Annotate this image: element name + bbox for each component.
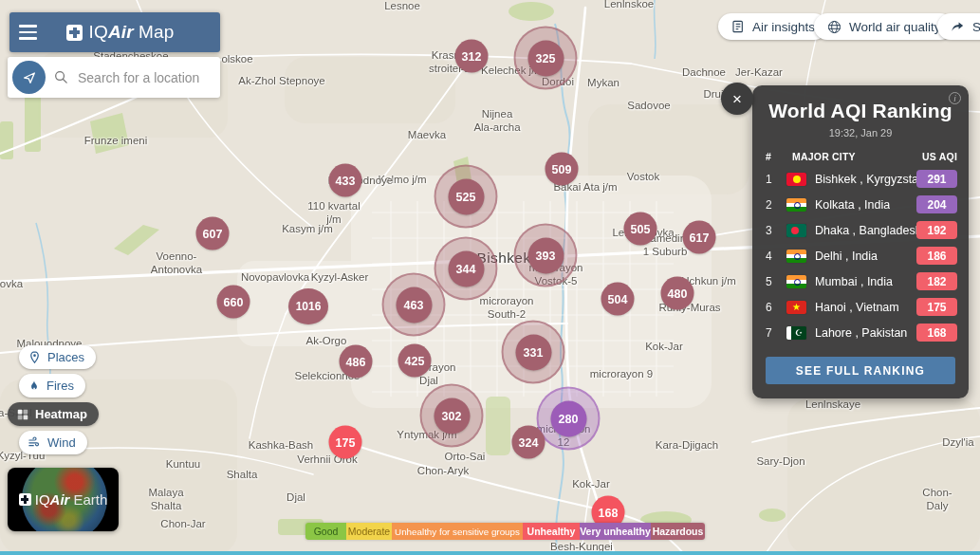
search-bar [8, 57, 220, 98]
locate-button[interactable] [12, 61, 46, 94]
aqi-badge: 204 [916, 195, 957, 213]
iqair-wordmark: IQAirMap [88, 22, 174, 43]
iqair-logo[interactable]: IQAirMap [66, 22, 198, 43]
aqi-marker[interactable]: 660 [217, 286, 250, 319]
rank-number: 7 [766, 326, 783, 340]
aqi-marker[interactable]: 302 [420, 384, 484, 448]
legend-segment: Unhealthy [523, 523, 580, 540]
rank-number: 5 [766, 275, 783, 288]
aqi-marker[interactable]: 509 [545, 153, 579, 186]
ranking-row[interactable]: 2Kolkata , India204 [752, 192, 969, 217]
earth-label: IQAirEarth [8, 468, 119, 531]
heatmap-layer-button[interactable]: Heatmap [8, 402, 99, 426]
flag-vn-icon [786, 301, 806, 314]
heatmap-label: Heatmap [35, 407, 87, 421]
aqi-marker-value: 525 [448, 178, 484, 214]
aqi-marker[interactable]: 617 [683, 221, 716, 254]
share-button[interactable]: Sha [937, 13, 980, 40]
legend-segment: Hazardous [651, 523, 705, 540]
aqi-marker[interactable]: 504 [601, 283, 635, 316]
close-ranking-button[interactable]: × [721, 83, 753, 115]
ranking-title: World AQI Ranking [752, 100, 969, 122]
aqi-marker[interactable]: 1016 [288, 288, 328, 324]
aqi-marker-value: 280 [550, 400, 586, 436]
aqi-badge: 182 [916, 272, 957, 290]
aqi-badge: 291 [916, 170, 957, 188]
aqi-marker[interactable]: 463 [382, 273, 446, 337]
flag-pk-icon [786, 326, 806, 340]
aqi-marker[interactable]: 324 [512, 426, 545, 459]
air-insights-button[interactable]: Air insights [718, 13, 827, 40]
aqi-marker[interactable]: 175 [329, 426, 362, 459]
app-header: IQAirMap [9, 12, 220, 52]
aqi-marker[interactable]: 607 [196, 217, 230, 250]
legend-segment: Moderate [346, 523, 392, 540]
aqi-marker[interactable]: 525 [435, 165, 498, 229]
see-full-ranking-button[interactable]: SEE FULL RANKING [766, 357, 955, 384]
wind-layer-button[interactable]: Wind [19, 431, 87, 454]
search-input[interactable] [76, 69, 218, 86]
aqi-marker[interactable]: 480 [661, 277, 694, 310]
aqi-marker[interactable]: 280 [537, 387, 601, 451]
aqi-badge: 192 [916, 221, 957, 239]
flag-bd-icon [786, 224, 806, 237]
rank-number: 1 [766, 173, 783, 186]
aqi-marker[interactable]: 425 [398, 344, 432, 378]
city-name: Mumbai , India [815, 275, 893, 288]
share-label: Sha [972, 20, 980, 34]
flag-kg-icon [786, 173, 806, 186]
menu-button[interactable] [9, 19, 46, 45]
world-air-quality-label: World air quality [849, 20, 941, 34]
world-aqi-ranking-panel: i World AQI Ranking 19:32, Jan 29 # MAJO… [752, 85, 969, 398]
aqi-marker-value: 325 [527, 40, 564, 76]
rank-number: 4 [766, 250, 783, 263]
search-icon [53, 69, 69, 85]
close-icon: × [732, 91, 742, 107]
city-name: Kolkata , India [815, 198, 890, 212]
info-icon[interactable]: i [949, 92, 961, 104]
aqi-marker-value: 302 [434, 398, 470, 434]
aqi-marker[interactable]: 312 [455, 40, 489, 73]
aqi-marker[interactable]: 331 [502, 321, 565, 384]
aqi-marker-value: 463 [396, 287, 432, 323]
world-air-quality-button[interactable]: World air quality [814, 13, 953, 40]
ranking-row[interactable]: 1Bishkek , Kyrgyzstan291 [752, 166, 969, 192]
navigation-arrow-icon [22, 70, 37, 85]
aqi-marker[interactable]: 344 [435, 237, 498, 301]
air-insights-label: Air insights [752, 20, 815, 34]
list-document-icon [730, 19, 746, 34]
rank-number: 6 [766, 301, 783, 314]
rank-number: 3 [766, 224, 783, 237]
aqi-marker[interactable]: 505 [624, 213, 657, 246]
flag-in-icon [786, 250, 806, 263]
ranking-rows: 1Bishkek , Kyrgyzstan2912Kolkata , India… [752, 166, 969, 345]
aqi-badge: 168 [916, 324, 957, 342]
aqi-column-header: US AQI [922, 151, 957, 162]
aqi-marker[interactable]: 325 [514, 27, 578, 90]
flame-icon [28, 379, 41, 393]
ranking-row[interactable]: 6Hanoi , Vietnam175 [752, 294, 969, 320]
flag-in-icon [786, 198, 806, 212]
aqi-marker-value: 331 [515, 334, 551, 370]
fires-layer-button[interactable]: Fires [19, 374, 85, 398]
city-name: Lahore , Pakistan [815, 326, 907, 340]
city-name: Bishkek , Kyrgyzstan [815, 173, 916, 186]
city-name: Delhi , India [815, 250, 878, 263]
map-pin-icon [28, 350, 42, 364]
aqi-marker[interactable]: 486 [340, 345, 373, 379]
wind-icon [28, 435, 42, 450]
flag-in-icon [786, 275, 806, 288]
ranking-row[interactable]: 4Delhi , India186 [752, 243, 969, 268]
hamburger-icon [19, 25, 37, 27]
ranking-row[interactable]: 5Mumbai , India182 [752, 268, 969, 294]
aqi-marker[interactable]: 393 [514, 224, 578, 287]
ranking-row[interactable]: 3Dhaka , Bangladesh192 [752, 217, 969, 243]
legend-segment: Unhealthy for sensitive groups [392, 523, 523, 540]
places-layer-button[interactable]: Places [19, 345, 96, 369]
bottom-accent-strip [0, 551, 980, 555]
ranking-row[interactable]: 7Lahore , Pakistan168 [752, 320, 969, 345]
heatmap-icon [16, 408, 29, 421]
ranking-timestamp: 19:32, Jan 29 [752, 127, 969, 139]
iqair-earth-button[interactable]: IQAirEarth [8, 468, 119, 531]
aqi-marker[interactable]: 433 [329, 164, 362, 197]
